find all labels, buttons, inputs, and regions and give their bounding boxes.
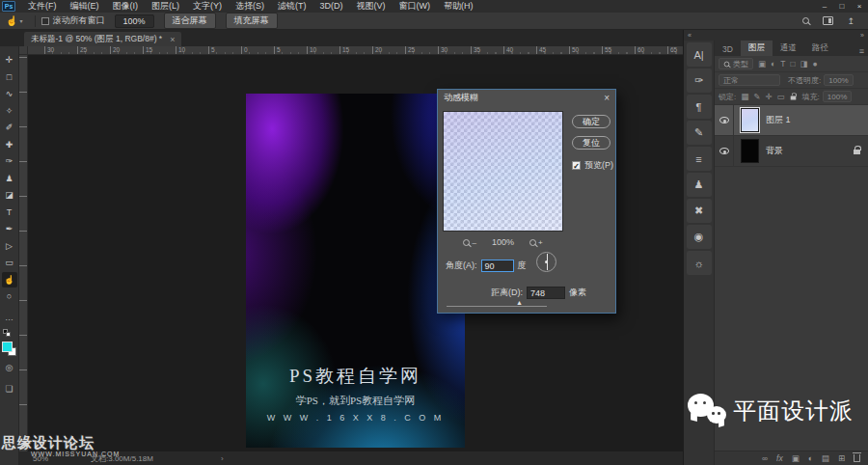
paragraph-panel-icon[interactable]: ¶ xyxy=(687,95,712,119)
tab-channels[interactable]: 通道 xyxy=(773,41,804,56)
menu-item[interactable]: 选择(S) xyxy=(229,0,271,13)
tab-close-icon[interactable]: × xyxy=(170,35,175,44)
zoom-value-field[interactable]: 100% xyxy=(115,14,154,28)
menu-item[interactable]: 视图(V) xyxy=(350,0,393,13)
hand-tool-icon[interactable]: ☝ xyxy=(2,272,17,287)
adjustments-panel-icon[interactable]: ≡ xyxy=(687,147,712,171)
menu-item[interactable]: 3D(D) xyxy=(313,0,350,13)
horizontal-ruler[interactable]: 3025201510505101520253035404550556065 xyxy=(28,46,683,55)
search-icon[interactable] xyxy=(802,17,809,24)
lock-transparent-pixels-icon[interactable]: ▦ xyxy=(741,92,748,101)
filter-smart-objects-icon[interactable]: ◨ xyxy=(800,59,808,68)
brush-tool-icon[interactable]: ✑ xyxy=(2,153,17,169)
foreground-color-swatch[interactable] xyxy=(2,342,13,352)
default-swatches-icon[interactable] xyxy=(3,329,13,338)
dialog-title-bar[interactable]: 动感模糊 × xyxy=(438,90,615,105)
menu-item[interactable]: 文件(F) xyxy=(21,0,64,13)
tab-3d[interactable]: 3D xyxy=(715,42,741,56)
new-layer-icon[interactable]: ⊞ xyxy=(838,453,845,463)
menu-item[interactable]: 图层(L) xyxy=(145,0,186,13)
visibility-eye-icon[interactable] xyxy=(719,117,729,123)
zoom-tool-icon[interactable]: ○ xyxy=(2,288,17,304)
fill-value[interactable]: 100% xyxy=(823,91,852,102)
rectangle-tool-icon[interactable]: ▭ xyxy=(2,255,17,270)
pen-tool-icon[interactable]: ✒ xyxy=(2,221,17,236)
character-panel-icon[interactable]: A| xyxy=(687,42,712,67)
background-name[interactable]: 背景 xyxy=(766,145,783,157)
marquee-tool-icon[interactable]: □ xyxy=(2,69,17,85)
document-tab[interactable]: 未标题-1 @ 50% (图层 1, RGB/8#) * × xyxy=(24,32,181,46)
panel-menu-icon[interactable]: ≡ xyxy=(859,46,864,56)
current-tool-hand-icon[interactable]: ☝ xyxy=(6,15,17,26)
menu-item[interactable]: 编辑(E) xyxy=(64,0,106,13)
layer-row-background[interactable]: 背景 xyxy=(715,136,868,167)
blur-preview-area[interactable] xyxy=(443,111,563,232)
healing-brush-tool-icon[interactable]: ✚ xyxy=(2,137,17,152)
menu-item[interactable]: 滤镜(T) xyxy=(271,0,313,13)
blend-mode-dropdown[interactable]: 正常 xyxy=(719,74,780,86)
scroll-all-windows-checkbox[interactable] xyxy=(41,17,49,25)
layer-group-icon[interactable]: ▤ xyxy=(822,453,829,463)
tool-presets-panel-icon[interactable]: ✖ xyxy=(687,199,712,223)
creative-cloud-icon[interactable]: ◉ xyxy=(687,225,712,249)
reset-button[interactable]: 复位 xyxy=(572,136,610,150)
edit-toolbar-icon[interactable]: … xyxy=(2,310,17,325)
angle-input[interactable]: 90 xyxy=(481,260,514,272)
link-layers-icon[interactable]: ∞ xyxy=(762,453,768,463)
status-arrow-icon[interactable]: › xyxy=(221,454,224,463)
quick-mask-icon[interactable]: ◎ xyxy=(2,360,17,375)
eraser-tool-icon[interactable]: ◪ xyxy=(2,187,17,203)
filter-toggle-icon[interactable]: ● xyxy=(813,59,818,68)
workspace-icon[interactable] xyxy=(823,16,833,25)
visibility-eye-icon[interactable] xyxy=(719,148,729,154)
fit-screen-button[interactable]: 适合屏幕 xyxy=(164,13,216,29)
lock-position-icon[interactable]: ✛ xyxy=(765,92,772,101)
canvas-image[interactable]: PS教程自学网 学PS，就到PS教程自学网 W W W . 1 6 X X 8 … xyxy=(246,94,465,448)
lock-all-icon[interactable] xyxy=(790,92,797,102)
vertical-ruler[interactable]: 505101520253035404550 xyxy=(19,55,28,451)
brush-settings-panel-icon[interactable]: ✑ xyxy=(687,68,712,93)
tool-preset-dropdown-icon[interactable]: ▾ xyxy=(19,17,22,24)
type-tool-icon[interactable]: T xyxy=(2,205,17,220)
layer-effects-icon[interactable]: fx xyxy=(776,453,783,463)
distance-slider[interactable]: ▲ xyxy=(447,306,547,307)
filter-adjustment-layers-icon[interactable]: ◐ xyxy=(771,59,775,68)
lasso-tool-icon[interactable]: ∿ xyxy=(2,86,17,101)
dialog-close-icon[interactable]: × xyxy=(604,93,610,103)
lock-artboard-icon[interactable]: ▭ xyxy=(777,92,785,101)
clone-stamp-tool-icon[interactable]: ♟ xyxy=(2,171,17,186)
angle-dial[interactable] xyxy=(536,252,556,272)
layer-mask-icon[interactable]: ▣ xyxy=(792,453,800,463)
share-icon[interactable]: ↥ xyxy=(847,16,854,26)
background-thumbnail[interactable] xyxy=(741,139,759,163)
ok-button[interactable]: 确定 xyxy=(572,115,610,128)
libraries-panel-icon[interactable]: ♟ xyxy=(687,173,712,197)
menu-item[interactable]: 文字(Y) xyxy=(186,0,229,13)
color-swatches[interactable] xyxy=(2,342,16,356)
distance-input[interactable]: 748 xyxy=(527,287,565,299)
layer-filter-type-dropdown[interactable]: 类型 xyxy=(719,58,753,69)
layer1-thumbnail[interactable] xyxy=(741,108,759,132)
quick-selection-tool-icon[interactable]: ✧ xyxy=(2,103,17,119)
filter-pixel-layers-icon[interactable]: ▣ xyxy=(758,59,766,68)
lock-image-pixels-icon[interactable]: ✎ xyxy=(753,92,760,101)
fill-screen-button[interactable]: 填充屏幕 xyxy=(226,13,278,29)
screen-mode-icon[interactable]: ❏ xyxy=(2,381,17,397)
eyedropper-tool-icon[interactable]: ✐ xyxy=(2,120,17,135)
learn-panel-icon[interactable]: ☼ xyxy=(687,251,712,275)
filter-type-layers-icon[interactable]: T xyxy=(780,59,785,68)
expand-panels-icon[interactable]: » xyxy=(860,32,864,39)
preview-checkbox[interactable]: ✓ xyxy=(572,161,581,170)
close-icon[interactable]: × xyxy=(851,0,868,13)
layer1-name[interactable]: 图层 1 xyxy=(766,114,791,126)
minimize-icon[interactable]: – xyxy=(816,0,833,13)
move-tool-icon[interactable]: ✛ xyxy=(2,52,17,68)
photoshop-logo-icon[interactable]: Ps xyxy=(2,1,15,12)
adjustment-layer-icon[interactable]: ◐ xyxy=(808,453,813,463)
tab-layers[interactable]: 图层 xyxy=(741,41,773,56)
layer-row-layer1[interactable]: 图层 1 xyxy=(715,105,868,136)
path-selection-tool-icon[interactable]: ▷ xyxy=(2,238,17,254)
menu-item[interactable]: 窗口(W) xyxy=(393,0,438,13)
maximize-icon[interactable]: □ xyxy=(833,0,851,13)
zoom-out-icon[interactable]: – xyxy=(463,238,475,247)
